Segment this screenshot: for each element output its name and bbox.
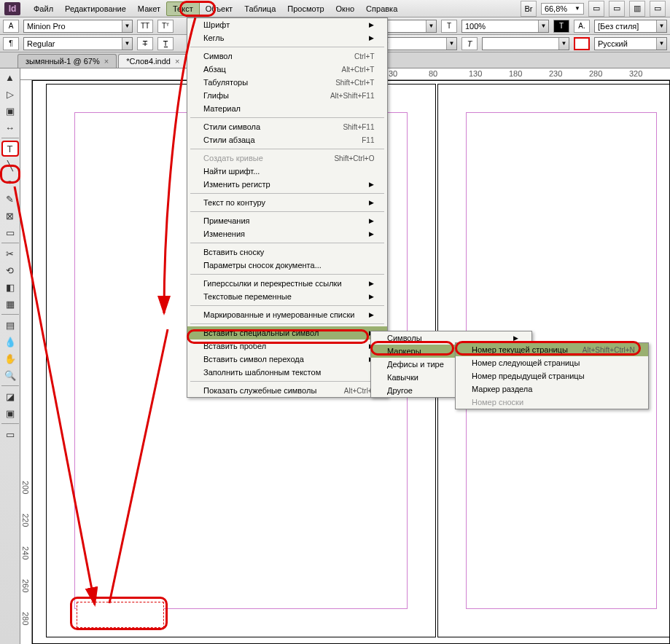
menu-item[interactable]: Вставить символ перехода▶ [187, 353, 387, 366]
strike-icon[interactable]: T̶ [137, 37, 153, 50]
skew-field[interactable]: ▼ [482, 37, 569, 50]
font-family-field[interactable]: Minion Pro▼ [23, 20, 133, 33]
menu-bar: Id Файл Редактирование Макет Текст Объек… [0, 0, 670, 17]
underline-icon[interactable]: T̲ [157, 37, 174, 50]
menu-item[interactable]: Стили символаShift+F11 [187, 120, 387, 133]
direct-select-tool[interactable]: ▷ [1, 86, 19, 102]
menu-file[interactable]: Файл [28, 2, 59, 15]
menu-item[interactable]: ТабуляторыShift+Ctrl+T [187, 76, 387, 89]
markers-submenu: Номер текущей страницыAlt+Shift+Ctrl+NНо… [455, 342, 649, 409]
pen-tool[interactable]: ✒ [1, 174, 19, 190]
language-field[interactable]: Русский▼ [594, 37, 667, 50]
scissors-tool[interactable]: ✂ [1, 246, 19, 262]
tt-icon[interactable]: TT [137, 20, 153, 33]
menu-item: Номер сноски [456, 396, 648, 409]
menu-item[interactable]: Вставить специальный символ▶ [187, 326, 387, 339]
menu-item[interactable]: АбзацAlt+Ctrl+T [187, 63, 387, 76]
char-panel-icon[interactable]: A [3, 20, 19, 33]
menu-item[interactable]: Вставить сноску [187, 246, 387, 259]
workspace-icon[interactable]: ▭ [650, 1, 666, 17]
apply-color-tool[interactable]: ▣ [1, 405, 19, 421]
menu-item: Создать кривыеShift+Ctrl+O [187, 152, 387, 165]
menu-layout[interactable]: Макет [132, 2, 166, 15]
zoom-level[interactable]: 66,8%▼ [541, 3, 584, 15]
menu-item[interactable]: Материал [187, 102, 387, 115]
menu-item[interactable]: Параметры сносок документа... [187, 259, 387, 272]
menu-view[interactable]: Просмотр [281, 2, 330, 15]
menu-item[interactable]: Найти шрифт... [187, 165, 387, 178]
close-icon[interactable]: × [175, 57, 179, 66]
transform-tool[interactable]: ⟲ [1, 262, 19, 278]
fill-icon[interactable]: T [553, 20, 569, 33]
line-tool[interactable]: ╲ [1, 157, 19, 173]
menu-item[interactable]: Текст по контуру▶ [187, 196, 387, 209]
charstyle-icon[interactable]: A. [574, 20, 590, 33]
ruler-vertical: 200 220 240 260 280 [20, 80, 32, 644]
tool-panel: ▲ ▷ ▣ ↔ T ╲ ✒ ✎ ⊠ ▭ ✂ ⟲ ◧ ▦ ▤ 💧 ✋ 🔍 ◪ ▣ … [0, 68, 20, 644]
menu-table[interactable]: Таблица [238, 2, 281, 15]
vscale-icon[interactable]: T [441, 20, 457, 33]
view-mode-icon[interactable]: ▭ [588, 1, 604, 17]
menu-item[interactable]: Кегль▶ [187, 31, 387, 44]
tab-untitled[interactable]: зымянный-1 @ 67%× [17, 54, 117, 68]
screen-mode-icon[interactable]: ▭ [609, 1, 625, 17]
menu-item[interactable]: Примечания▶ [187, 214, 387, 227]
menu-window[interactable]: Окно [330, 2, 361, 15]
eyedropper-tool[interactable]: 💧 [1, 334, 19, 350]
type-tool[interactable]: T [1, 141, 19, 157]
fill-stroke-tool[interactable]: ◪ [1, 388, 19, 404]
menu-item[interactable]: Номер текущей страницыAlt+Shift+Ctrl+N [456, 343, 648, 356]
rect-tool[interactable]: ▭ [1, 224, 19, 240]
gap-tool[interactable]: ↔ [1, 119, 19, 136]
gradient-tool[interactable]: ◧ [1, 279, 19, 295]
arrange-icon[interactable]: ▥ [629, 1, 645, 17]
menu-help[interactable]: Справка [360, 2, 403, 15]
text-frame[interactable] [77, 602, 164, 628]
menu-item[interactable]: Маркер раздела [456, 382, 648, 396]
stroke-icon[interactable] [574, 37, 590, 50]
menu-edit[interactable]: Редактирование [59, 2, 132, 15]
menu-item[interactable]: ГлифыAlt+Shift+F11 [187, 89, 387, 102]
caps-icon[interactable]: Tᵀ [157, 20, 174, 33]
close-icon[interactable]: × [104, 57, 109, 66]
menu-item[interactable]: Маркированные и нумерованные списки▶ [187, 308, 387, 321]
menu-object[interactable]: Объект [200, 2, 238, 15]
zoom-tool[interactable]: 🔍 [1, 367, 19, 383]
hand-tool[interactable]: ✋ [1, 350, 19, 366]
menu-item[interactable]: Вставить пробел▶ [187, 339, 387, 353]
selection-tool[interactable]: ▲ [1, 69, 19, 85]
menu-item[interactable]: Шрифт▶ [187, 18, 387, 31]
menu-item[interactable]: Гиперссылки и перекрестные ссылки▶ [187, 277, 387, 290]
type-menu: Шрифт▶Кегль▶СимволCtrl+TАбзацAlt+Ctrl+TТ… [187, 17, 388, 398]
font-weight-field[interactable]: Regular▼ [23, 37, 133, 50]
note-tool[interactable]: ▤ [1, 317, 19, 333]
page-tool[interactable]: ▣ [1, 103, 19, 119]
menu-type[interactable]: Текст [166, 1, 200, 16]
para-panel-icon[interactable]: ¶ [3, 37, 19, 50]
menu-item[interactable]: Текстовые переменные▶ [187, 290, 387, 303]
menu-item[interactable]: Стили абзацаF11 [187, 133, 387, 146]
menu-item[interactable]: Показать служебные символыAlt+Ctrl+I [187, 384, 387, 397]
menu-item[interactable]: Номер предыдущей страницы [456, 369, 648, 382]
menu-item[interactable]: Изменить регистр▶ [187, 178, 387, 191]
menu-item[interactable]: СимволCtrl+T [187, 50, 387, 63]
vscale-field[interactable]: 100%▼ [461, 20, 549, 33]
bridge-icon[interactable]: Br [521, 1, 537, 17]
menu-item[interactable]: Заполнить шаблонным текстом [187, 366, 387, 379]
swatch-tool[interactable]: ▦ [1, 296, 19, 312]
frame-tool[interactable]: ⊠ [1, 208, 19, 224]
menu-item[interactable]: Номер следующей страницы [456, 356, 648, 369]
char-style-field[interactable]: [Без стиля]▼ [594, 20, 667, 33]
skew-icon[interactable]: T [461, 37, 478, 50]
view-mode-tool[interactable]: ▭ [1, 426, 19, 442]
tab-slov4[interactable]: *Слов4.indd× [118, 54, 187, 68]
pencil-tool[interactable]: ✎ [1, 191, 19, 207]
app-logo: Id [4, 2, 20, 15]
menu-item[interactable]: Изменения▶ [187, 227, 387, 240]
